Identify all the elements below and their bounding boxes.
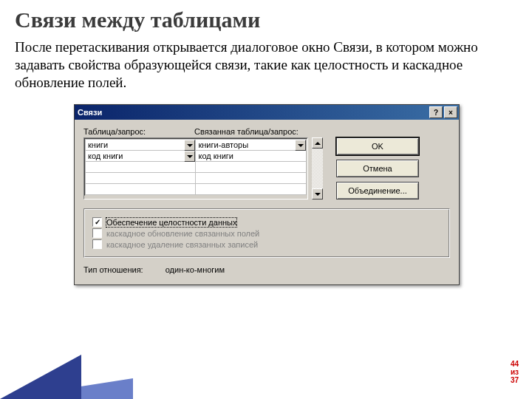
chevron-down-icon[interactable] [184, 151, 195, 162]
ok-button[interactable]: OK [336, 137, 419, 155]
grid-scrollbar[interactable] [312, 137, 323, 200]
scroll-down-icon[interactable] [312, 188, 323, 200]
help-icon[interactable]: ? [429, 106, 443, 118]
cell-right-table[interactable]: книги-авторы [196, 140, 307, 151]
slide-paragraph: После перетаскивания открывается диалого… [15, 38, 517, 91]
relation-type-value: один-ко-многим [166, 265, 225, 274]
scroll-track[interactable] [312, 149, 323, 188]
table-row [86, 173, 307, 184]
checkbox-icon[interactable] [92, 228, 102, 238]
cancel-button[interactable]: Отмена [336, 160, 419, 177]
page-counter: 44 из 37 [511, 360, 519, 384]
cascade-delete-checkbox-row[interactable]: каскадное удаление связанных записей [92, 239, 441, 249]
fields-grid: книги книги-авторы код книги код книги [83, 137, 308, 200]
close-icon[interactable]: × [444, 106, 457, 118]
scroll-up-icon[interactable] [312, 137, 323, 149]
decor-stripe [0, 355, 81, 399]
cascade-delete-label: каскадное удаление связанных записей [106, 240, 258, 249]
table-row: книги книги-авторы [86, 140, 307, 151]
integrity-label: Обеспечение целостности данных [106, 218, 236, 227]
options-group: Обеспечение целостности данных каскадное… [83, 208, 450, 258]
cell-left-table[interactable]: книги [86, 140, 196, 151]
label-table: Таблица/запрос: [83, 127, 194, 136]
relationships-dialog: Связи ? × Таблица/запрос: Связанная табл… [74, 104, 460, 285]
slide-heading: Связи между таблицами [15, 7, 517, 33]
table-row [86, 184, 307, 195]
chevron-down-icon[interactable] [184, 140, 195, 151]
dialog-title: Связи [78, 108, 102, 117]
chevron-down-icon[interactable] [295, 140, 306, 151]
table-row: код книги код книги [86, 151, 307, 162]
cell-left-field[interactable]: код книги [86, 151, 196, 162]
checkbox-icon[interactable] [92, 239, 102, 249]
checkbox-icon[interactable] [92, 217, 102, 227]
cascade-update-label: каскадное обновление связанных полей [106, 229, 259, 238]
integrity-checkbox-row[interactable]: Обеспечение целостности данных [92, 217, 441, 227]
label-related-table: Связанная таблица/запрос: [194, 127, 305, 136]
titlebar: Связи ? × [75, 105, 459, 120]
cascade-update-checkbox-row[interactable]: каскадное обновление связанных полей [92, 228, 441, 238]
relation-type-label: Тип отношения: [83, 265, 143, 274]
cell-right-field[interactable]: код книги [196, 151, 307, 162]
join-button[interactable]: Объединение... [336, 182, 419, 200]
table-row [86, 162, 307, 173]
